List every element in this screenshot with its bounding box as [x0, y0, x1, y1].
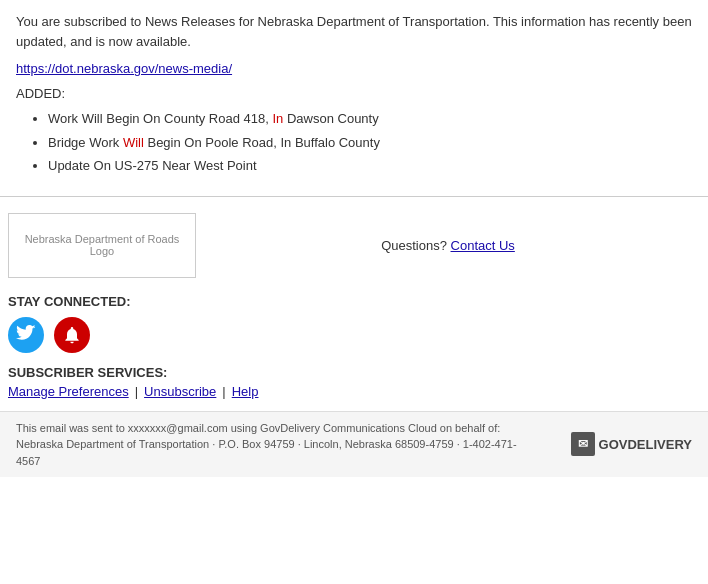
help-link[interactable]: Help	[232, 384, 259, 399]
separator-2: |	[222, 384, 225, 399]
questions-label: Questions?	[381, 238, 447, 253]
govdelivery-badge: ✉ GOVDELIVERY	[571, 432, 692, 456]
bottom-footer: This email was sent to xxxxxxx@gmail.com…	[0, 411, 708, 478]
list-item: Work Will Begin On County Road 418, In D…	[48, 109, 692, 129]
contact-us-link[interactable]: Contact Us	[451, 238, 515, 253]
twitter-icon[interactable]	[8, 317, 44, 353]
stay-connected-section: STAY CONNECTED:	[0, 294, 708, 353]
intro-text: You are subscribed to News Releases for …	[16, 12, 692, 51]
separator-1: |	[135, 384, 138, 399]
highlight-text: In	[272, 111, 283, 126]
logo-placeholder: Nebraska Department of Roads Logo	[15, 233, 189, 257]
govdelivery-icon: ✉	[571, 432, 595, 456]
subscriber-label: SUBSCRIBER SERVICES:	[8, 365, 700, 380]
added-label: ADDED:	[16, 86, 692, 101]
items-list: Work Will Begin On County Road 418, In D…	[16, 109, 692, 176]
email-body: You are subscribed to News Releases for …	[0, 0, 708, 176]
list-item: Update On US-275 Near West Point	[48, 156, 692, 176]
questions-section: Questions? Contact Us	[196, 238, 700, 253]
manage-preferences-link[interactable]: Manage Preferences	[8, 384, 129, 399]
unsubscribe-link[interactable]: Unsubscribe	[144, 384, 216, 399]
footer-logo-section: Nebraska Department of Roads Logo Questi…	[0, 213, 708, 278]
footer-text: This email was sent to xxxxxxx@gmail.com…	[16, 420, 536, 470]
section-divider	[0, 196, 708, 197]
subscriber-links: Manage Preferences | Unsubscribe | Help	[8, 384, 700, 399]
logo-box: Nebraska Department of Roads Logo	[8, 213, 196, 278]
highlight-text: Will	[123, 135, 144, 150]
social-icons	[8, 317, 700, 353]
news-media-link[interactable]: https://dot.nebraska.gov/news-media/	[16, 61, 232, 76]
notification-icon[interactable]	[54, 317, 90, 353]
stay-connected-label: STAY CONNECTED:	[8, 294, 700, 309]
govdelivery-label: GOVDELIVERY	[599, 435, 692, 455]
list-item: Bridge Work Will Begin On Poole Road, In…	[48, 133, 692, 153]
subscriber-services-section: SUBSCRIBER SERVICES: Manage Preferences …	[0, 365, 708, 399]
